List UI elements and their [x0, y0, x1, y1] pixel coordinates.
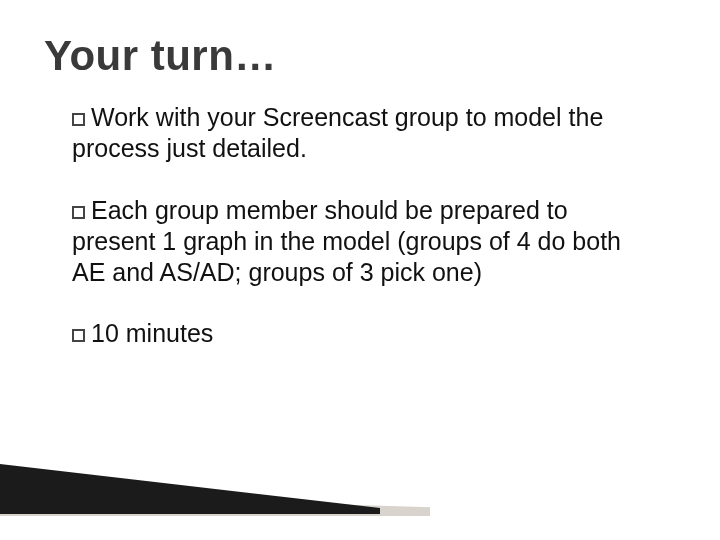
- bullet-list: Work with your Screencast group to model…: [44, 102, 676, 350]
- bullet-first-word: 10: [91, 319, 119, 347]
- bullet-first-word: Each: [91, 196, 148, 224]
- bullet-item: Work with your Screencast group to model…: [72, 102, 636, 165]
- bullet-item: Each group member should be prepared to …: [72, 195, 636, 289]
- bullet-text: with your Screencast group to model the …: [72, 103, 603, 162]
- slide-title: Your turn…: [44, 32, 676, 80]
- square-bullet-icon: [72, 329, 85, 342]
- bullet-text: minutes: [119, 319, 213, 347]
- slide: Your turn… Work with your Screencast gro…: [0, 0, 720, 540]
- bullet-item: 10 minutes: [72, 318, 636, 349]
- wedge-dark-icon: [0, 464, 380, 514]
- wedge-light-icon: [0, 494, 430, 516]
- decorative-wedge: [0, 400, 720, 540]
- square-bullet-icon: [72, 113, 85, 126]
- square-bullet-icon: [72, 206, 85, 219]
- bullet-first-word: Work: [91, 103, 149, 131]
- bullet-text: group member should be prepared to prese…: [72, 196, 621, 287]
